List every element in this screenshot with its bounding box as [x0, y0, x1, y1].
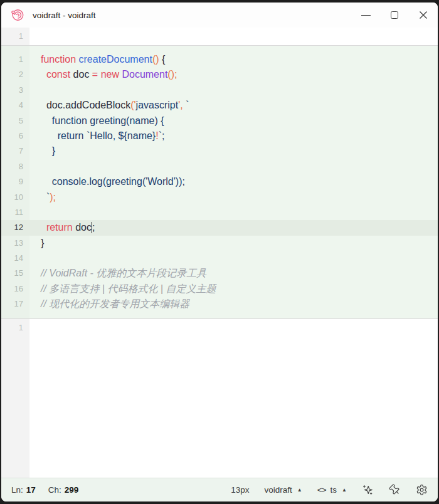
line-number: 14 — [1, 251, 29, 266]
editor-line[interactable]: 2 const doc = new Document(); — [1, 67, 438, 82]
line-content[interactable]: function greeting(name) { — [29, 113, 438, 129]
code-token: ; — [92, 222, 95, 233]
close-button[interactable] — [409, 3, 438, 28]
pin-icon[interactable] — [389, 484, 401, 496]
line-content[interactable]: function createDocument() { — [29, 52, 438, 67]
line-content[interactable] — [29, 205, 438, 220]
code-token — [41, 222, 46, 233]
code-token — [41, 69, 46, 80]
document-name: voidraft — [265, 485, 292, 495]
code-token: function — [41, 54, 76, 65]
app-logo-icon — [11, 8, 24, 22]
language-name: ts — [331, 485, 337, 495]
code-token: ); — [50, 192, 56, 202]
code-token: return — [46, 222, 73, 233]
line-content[interactable] — [29, 28, 438, 45]
line-number: 13 — [1, 236, 29, 251]
editor-line[interactable]: 9 console.log(greeting('World')); — [1, 174, 438, 189]
line-content[interactable]: return `Hello, ${name}!`; — [29, 129, 438, 144]
line-content[interactable] — [29, 319, 438, 337]
window-title: voidraft - voidraft — [33, 11, 96, 20]
document-selector[interactable]: voidraft ▲ — [265, 485, 302, 495]
editor-line[interactable]: 3 — [1, 83, 438, 98]
code-token: console.log(greeting('World')); — [41, 176, 185, 187]
line-content[interactable]: const doc = new Document(); — [29, 67, 438, 82]
char-indicator: Ch: 299 — [48, 485, 79, 495]
editor-line[interactable]: 4 doc.addCodeBlock('javascript', ` — [1, 98, 438, 113]
font-size-indicator[interactable]: 13px — [231, 485, 249, 495]
code-token: doc.addCodeBlock — [41, 100, 130, 110]
line-number: 4 — [1, 98, 29, 113]
editor-line[interactable]: 11 — [1, 205, 438, 220]
editor-line[interactable]: 1 — [1, 319, 438, 337]
code-token: (' — [130, 100, 135, 110]
minimize-icon — [361, 15, 371, 16]
editor-line[interactable]: 12 return doc; — [1, 220, 438, 235]
line-label: Ln: — [11, 485, 23, 495]
cursor-position: Ln: 17 Ch: 299 — [11, 485, 78, 495]
title-bar[interactable]: voidraft - voidraft — [1, 3, 438, 28]
line-number: 17 — [1, 297, 29, 312]
code-token: javascript — [136, 100, 179, 110]
chevron-up-icon: ▲ — [342, 487, 347, 493]
char-value: 299 — [65, 485, 79, 495]
code-token: (); — [167, 69, 177, 80]
editor-line[interactable]: 15// VoidRaft - 优雅的文本片段记录工具 — [1, 266, 438, 281]
code-token: { — [159, 54, 166, 65]
sparkles-icon[interactable] — [362, 484, 374, 496]
line-content[interactable]: } — [29, 236, 438, 251]
line-content[interactable]: // 现代化的开发者专用文本编辑器 — [29, 297, 438, 312]
maximize-button[interactable] — [380, 3, 409, 28]
editor-line[interactable]: 8 — [1, 159, 438, 174]
line-content[interactable]: return doc; — [29, 220, 438, 235]
line-number: 7 — [1, 144, 29, 159]
line-content[interactable]: `); — [29, 190, 438, 205]
code-token: = — [92, 69, 98, 80]
editor-line[interactable]: 1function createDocument() { — [1, 52, 438, 67]
code-token: return `Hello, ${name} — [41, 130, 156, 141]
line-number: 2 — [1, 67, 29, 82]
code-token: Document — [122, 69, 167, 80]
editor-line[interactable]: 7 } — [1, 144, 438, 159]
window-controls — [351, 3, 438, 28]
editor-block-code[interactable]: 1function createDocument() {2 const doc … — [1, 45, 438, 319]
line-number: 9 — [1, 174, 29, 189]
code-token: const — [46, 69, 70, 80]
line-content[interactable]: console.log(greeting('World')); — [29, 174, 438, 189]
code-icon: <> — [317, 485, 326, 495]
editor-line[interactable]: 17// 现代化的开发者专用文本编辑器 — [1, 297, 438, 312]
line-number: 3 — [1, 83, 29, 98]
code-token: `; — [159, 130, 165, 141]
gear-icon[interactable] — [416, 484, 428, 496]
editor-block-text[interactable]: 1 — [1, 319, 438, 478]
editor-line[interactable]: 14 — [1, 251, 438, 266]
line-content[interactable]: doc.addCodeBlock('javascript', ` — [29, 98, 438, 113]
line-content[interactable] — [29, 83, 438, 98]
editor-line[interactable]: 16// 多语言支持 | 代码格式化 | 自定义主题 — [1, 281, 438, 297]
editor-line[interactable]: 13} — [1, 236, 438, 251]
line-number: 1 — [1, 52, 29, 67]
code-token: // 现代化的开发者专用文本编辑器 — [41, 298, 189, 309]
code-token: // VoidRaft - 优雅的文本片段记录工具 — [41, 268, 206, 278]
line-number: 16 — [1, 281, 29, 297]
line-number: 8 — [1, 159, 29, 174]
line-content[interactable] — [29, 251, 438, 266]
line-content[interactable]: // VoidRaft - 优雅的文本片段记录工具 — [29, 266, 438, 281]
line-content[interactable]: } — [29, 144, 438, 159]
editor-line[interactable]: 10 `); — [1, 190, 438, 205]
line-content[interactable]: // 多语言支持 | 代码格式化 | 自定义主题 — [29, 281, 438, 297]
minimize-button[interactable] — [351, 3, 380, 28]
editor-line[interactable]: 6 return `Hello, ${name}!`; — [1, 129, 438, 144]
maximize-icon — [391, 11, 398, 19]
code-token: function greeting(name) { — [41, 115, 164, 126]
editor-line[interactable]: 5 function greeting(name) { — [1, 113, 438, 129]
language-selector[interactable]: <> ts ▲ — [317, 485, 347, 495]
editor[interactable]: 11function createDocument() {2 const doc… — [1, 28, 438, 478]
code-token: doc — [70, 69, 92, 80]
editor-block-text[interactable]: 1 — [1, 28, 438, 45]
code-token: ` — [186, 100, 189, 110]
line-content[interactable] — [29, 159, 438, 174]
line-number: 10 — [1, 190, 29, 205]
editor-line[interactable]: 1 — [1, 28, 438, 45]
line-number: 5 — [1, 113, 29, 129]
